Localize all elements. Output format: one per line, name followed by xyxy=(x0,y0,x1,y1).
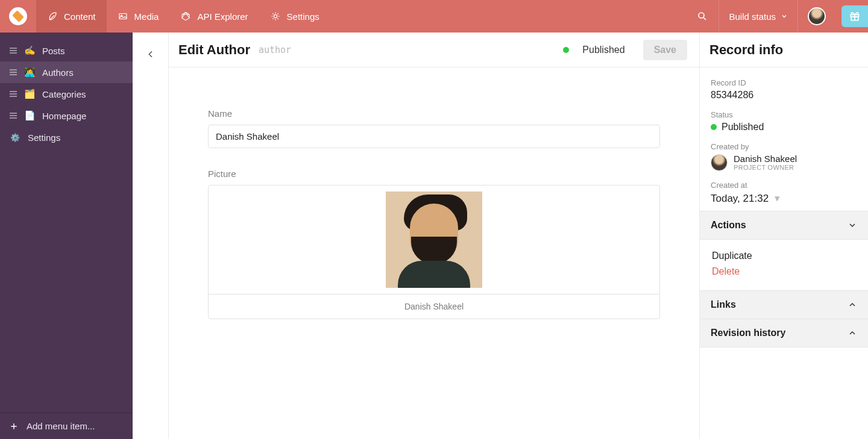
top-nav: Content Media API Explorer Settings xyxy=(36,0,330,33)
status-value: Published xyxy=(722,122,764,132)
authors-emoji-icon: 👩‍💻 xyxy=(24,67,35,78)
sidebar-item-label: Categories xyxy=(42,89,86,99)
delete-action[interactable]: Delete xyxy=(712,264,856,279)
back-button[interactable] xyxy=(146,49,156,439)
created-at-label: Created at xyxy=(711,181,857,190)
sidebar-item-posts[interactable]: ✍️ Posts xyxy=(0,40,133,61)
chevron-down-icon xyxy=(781,13,788,20)
search-button[interactable] xyxy=(686,0,719,33)
sidebar-item-settings[interactable]: ⚙️ Settings xyxy=(0,126,133,148)
chevron-up-icon xyxy=(848,300,857,310)
published-status-text: Published xyxy=(582,45,624,55)
form-area: Name Picture D xyxy=(169,67,699,439)
published-status-dot xyxy=(563,47,569,53)
picture-preview-box[interactable]: Danish Shakeel xyxy=(208,185,660,319)
duplicate-action[interactable]: Duplicate xyxy=(712,248,856,264)
created-by-label: Created by xyxy=(711,142,857,151)
sidebar-item-categories[interactable]: 🗂️ Categories xyxy=(0,83,133,105)
sidebar-item-label: Settings xyxy=(28,132,60,143)
model-slug: author xyxy=(259,45,291,55)
user-avatar-icon xyxy=(808,7,826,25)
drag-handle-icon xyxy=(10,113,17,119)
plus-icon xyxy=(10,422,18,431)
build-status-label: Build status xyxy=(729,11,776,22)
svg-point-3 xyxy=(274,14,277,17)
categories-emoji-icon: 🗂️ xyxy=(24,89,35,99)
name-field-label: Name xyxy=(208,108,660,119)
sidebar-item-label: Posts xyxy=(42,46,65,56)
topnav-api-explorer[interactable]: API Explorer xyxy=(169,0,259,33)
sidebar-item-label: Authors xyxy=(42,67,74,78)
chevron-down-icon xyxy=(848,220,857,230)
add-menu-item-button[interactable]: Add menu item... xyxy=(0,413,133,439)
caret-down-icon: ▾ xyxy=(775,192,780,205)
record-info-title: Record info xyxy=(709,42,783,58)
drag-handle-icon xyxy=(10,69,17,75)
main-editor: Edit Author author Published Save Name P… xyxy=(169,33,699,439)
gear-icon: ⚙️ xyxy=(10,133,20,142)
revision-section-header[interactable]: Revision history xyxy=(700,319,868,347)
creator-role: PROJECT OWNER xyxy=(734,164,797,171)
status-dot-icon xyxy=(711,124,717,130)
topnav-media[interactable]: Media xyxy=(107,0,170,33)
actions-section-label: Actions xyxy=(711,220,746,231)
topnav-settings[interactable]: Settings xyxy=(259,0,330,33)
topnav-content[interactable]: Content xyxy=(36,0,107,33)
top-bar: Content Media API Explorer Settings Buil… xyxy=(0,0,868,33)
app-logo[interactable] xyxy=(9,7,27,25)
sidebar-item-label: Homepage xyxy=(42,111,86,121)
created-at-value: Today, 21:32 xyxy=(711,193,769,205)
links-section-label: Links xyxy=(711,299,736,310)
links-section-header[interactable]: Links xyxy=(700,290,868,319)
record-id-value: 85344286 xyxy=(711,90,857,101)
creator-name: Danish Shakeel xyxy=(734,154,797,164)
homepage-emoji-icon: 📄 xyxy=(24,110,35,121)
graphql-icon xyxy=(180,11,191,22)
record-id-label: Record ID xyxy=(711,78,857,87)
record-info-panel: Record info Record ID 85344286 Status Pu… xyxy=(699,33,868,439)
svg-rect-0 xyxy=(119,14,127,19)
account-avatar[interactable] xyxy=(797,0,835,33)
actions-section-body: Duplicate Delete xyxy=(700,240,868,290)
chevron-left-icon xyxy=(146,49,156,59)
topnav-api-label: API Explorer xyxy=(197,11,248,22)
created-at-toggle[interactable]: Today, 21:32 ▾ xyxy=(711,192,857,205)
leaf-icon xyxy=(47,11,58,22)
images-icon xyxy=(118,11,128,22)
gift-icon xyxy=(849,10,861,22)
field-picture: Picture Danish Shakeel xyxy=(208,169,660,319)
revision-section-label: Revision history xyxy=(711,328,785,338)
content-container: ✍️ Posts 👩‍💻 Authors 🗂️ Categories 📄 Hom… xyxy=(0,33,868,439)
chevron-up-icon xyxy=(848,328,857,338)
back-strip xyxy=(133,33,169,439)
name-input[interactable] xyxy=(208,125,660,148)
cog-icon xyxy=(270,11,281,22)
left-sidebar: ✍️ Posts 👩‍💻 Authors 🗂️ Categories 📄 Hom… xyxy=(0,33,133,439)
page-title: Edit Author xyxy=(178,42,250,58)
save-button[interactable]: Save xyxy=(643,40,687,60)
gift-button[interactable] xyxy=(841,5,868,27)
topnav-media-label: Media xyxy=(134,11,159,22)
sidebar-item-homepage[interactable]: 📄 Homepage xyxy=(0,105,133,126)
editor-header: Edit Author author Published Save xyxy=(169,33,699,67)
add-menu-item-label: Add menu item... xyxy=(27,421,95,431)
field-name: Name xyxy=(208,108,660,148)
search-icon xyxy=(697,11,708,22)
creator-avatar-icon xyxy=(711,154,728,171)
picture-caption: Danish Shakeel xyxy=(209,294,659,319)
topnav-content-label: Content xyxy=(64,11,96,22)
svg-point-4 xyxy=(699,13,704,18)
actions-section-header[interactable]: Actions xyxy=(700,211,868,240)
build-status-menu[interactable]: Build status xyxy=(719,0,797,33)
drag-handle-icon xyxy=(10,48,17,54)
topbar-right: Build status xyxy=(686,0,868,33)
drag-handle-icon xyxy=(10,91,17,97)
picture-image xyxy=(386,191,482,288)
topnav-settings-label: Settings xyxy=(287,11,319,22)
status-label: Status xyxy=(711,110,857,119)
sidebar-item-authors[interactable]: 👩‍💻 Authors xyxy=(0,61,133,83)
picture-field-label: Picture xyxy=(208,169,660,179)
posts-emoji-icon: ✍️ xyxy=(24,45,35,56)
